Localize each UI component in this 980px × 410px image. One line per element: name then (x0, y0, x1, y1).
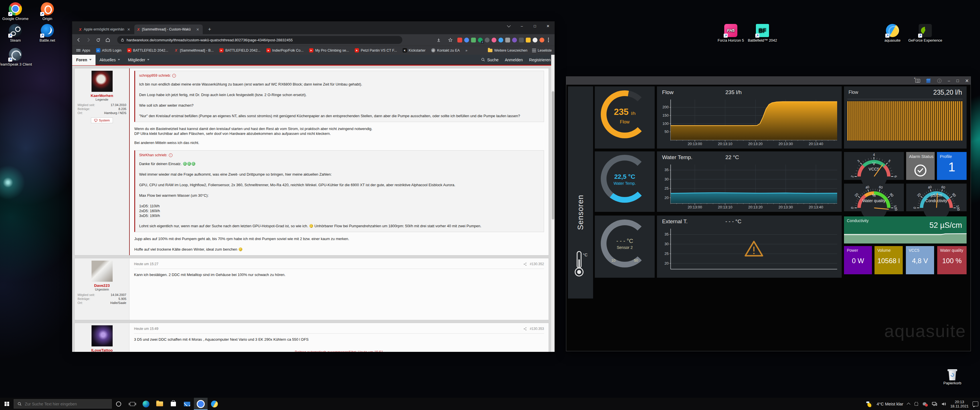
avatar[interactable] (92, 325, 113, 346)
action-center-icon[interactable] (973, 402, 978, 406)
notification-tray-icon[interactable] (923, 402, 928, 407)
desktop-icon-recycle-bin[interactable]: Papierkorb (935, 369, 969, 385)
bookmark-item[interactable]: My Pro Climbing se... (309, 48, 349, 52)
post-timestamp[interactable]: Heute um 15:49 (134, 326, 158, 331)
window-minimize-button[interactable]: – (948, 78, 950, 83)
volume-tray-icon[interactable] (941, 402, 947, 406)
water-quality-tile[interactable]: Water quality 100 % (937, 246, 967, 274)
bookmark-item[interactable]: BATTLEFIELD 2042... (127, 48, 168, 52)
bookmark-item[interactable]: @Kontakt zu EA (431, 48, 460, 52)
bookmark-item[interactable]: AASUS Login (96, 48, 121, 52)
post-number[interactable]: #130.352 (530, 262, 544, 267)
scrollbar-thumb[interactable] (552, 91, 554, 219)
mail-button[interactable] (180, 398, 194, 410)
sensors-tab[interactable]: Sensoren °C (568, 86, 593, 299)
desktop-icon-aquasuite[interactable]: aquasuite (875, 24, 910, 43)
refresh-icon[interactable] (93, 35, 103, 45)
download-icon[interactable] (434, 35, 444, 45)
desktop-icon-steam[interactable]: Steam (0, 24, 32, 43)
window-close-button[interactable]: ✕ (541, 21, 555, 30)
extension-icon[interactable] (492, 38, 496, 43)
post-author[interactable]: Dave223 (78, 283, 126, 288)
quote-header[interactable]: ShirKhan schrieb:↑ (139, 153, 540, 158)
bookmark-apps[interactable]: Apps (76, 48, 91, 52)
desktop-icon-teamspeak[interactable]: TeamSpeak 3 Client (0, 48, 34, 67)
bookmark-item[interactable]: Petzl Pantin VS CT F... (355, 48, 397, 52)
url-text[interactable]: hardwareluxx.de/community/threads/custom… (127, 38, 293, 42)
vcc5-tile[interactable]: VCC5 4,8 V (906, 246, 934, 274)
cortana-button[interactable] (112, 398, 126, 410)
network-tray-icon[interactable] (932, 402, 937, 406)
conductivity-analog-gauge[interactable]: 020406080100µS/cmConductivity (906, 184, 967, 211)
start-button[interactable] (0, 398, 14, 410)
tab-close-icon[interactable]: ✕ (127, 27, 131, 32)
desktop-icon-google-chrome[interactable]: Google Chrome (0, 2, 32, 21)
nav-aktuelles[interactable]: Aktuelles (95, 55, 124, 65)
bookmark-item[interactable]: Indie/Pop/Folk Co... (266, 48, 304, 52)
browser-tab-active[interactable]: X [Sammelthread] - Custom-Wakü ✕ (134, 24, 203, 34)
file-explorer-button[interactable] (153, 398, 167, 410)
extension-icon[interactable] (498, 38, 503, 43)
aquasuite-titlebar[interactable]: i – □ ✕ (566, 77, 970, 85)
chrome-taskbar-button[interactable] (194, 398, 208, 410)
flow-gauge-tile[interactable]: 235 l/h Flow (595, 86, 655, 149)
vcc5-analog-gauge[interactable]: 23456VVCC5 (844, 152, 904, 180)
taskbar-clock[interactable]: 20:1318.11.2021 (950, 400, 969, 408)
login-link[interactable]: Anmelden (505, 57, 523, 62)
extension-icon[interactable] (512, 38, 517, 43)
system-button[interactable]: System (91, 118, 113, 123)
bookmarks-overflow-chevron[interactable]: » (465, 48, 467, 52)
forward-icon[interactable] (84, 35, 93, 45)
register-link[interactable]: Registrieren (529, 57, 550, 62)
power-tile[interactable]: Power 0 W (844, 246, 872, 274)
water-temp-chart-tile[interactable]: Water Temp. 22 °C 2025303520:13:0020:13:… (657, 151, 842, 212)
reading-list-button[interactable]: Leseliste (532, 48, 552, 52)
desktop-icon-battlefield[interactable]: Battlefield™ 2042 (744, 24, 781, 43)
nav-mitglieder[interactable]: Mitglieder (124, 55, 154, 65)
extension-icon[interactable]: 4 (478, 38, 483, 43)
quote-jump-icon[interactable]: ↑ (169, 153, 172, 157)
extension-icon[interactable] (526, 38, 531, 43)
screenshot-icon[interactable] (915, 79, 920, 83)
search-input[interactable] (25, 402, 99, 406)
avatar[interactable] (92, 261, 113, 282)
window-maximize-button[interactable]: □ (956, 78, 959, 83)
tab-close-icon[interactable]: ✕ (196, 27, 200, 32)
desktop-icon-battlenet[interactable]: Battle.net (30, 24, 64, 43)
desktop-icon-geforce[interactable]: GeForce Experience (906, 24, 944, 43)
weather-icon[interactable] (866, 401, 872, 407)
back-icon[interactable] (74, 35, 84, 45)
task-view-button[interactable] (126, 398, 139, 410)
tray-expand-icon[interactable] (907, 403, 910, 406)
bookmark-item[interactable]: KKickstarter (402, 48, 425, 52)
alarm-status-tile[interactable]: Alarm Status (906, 152, 935, 180)
browser-tab-inactive[interactable]: X Apple ermöglicht eigenhändige ✕ (76, 24, 134, 34)
search-button[interactable]: Suche (481, 57, 499, 62)
window-maximize-button[interactable]: □ (528, 21, 541, 30)
window-close-button[interactable]: ✕ (965, 78, 969, 84)
post-author[interactable]: ILoveTattoo (78, 348, 126, 352)
post-number[interactable]: #130.353 (530, 326, 544, 331)
taskbar-search[interactable] (14, 399, 112, 408)
window-minimize-button[interactable]: – (515, 21, 528, 30)
browser-tab-bar[interactable]: X Apple ermöglicht eigenhändige ✕ X [Sam… (72, 21, 555, 34)
volume-tile[interactable]: Volume 10568 l (875, 246, 903, 274)
nav-foren[interactable]: Foren (72, 55, 95, 65)
extension-icon[interactable] (505, 38, 510, 43)
water-temp-gauge-tile[interactable]: 22,5 °C Water Temp. 10 50 (595, 151, 655, 212)
extension-icon[interactable] (457, 38, 462, 43)
desktop-icon-forza[interactable]: Forza Horizon 5 (714, 24, 748, 43)
flow-chart-tile[interactable]: Flow 235 l/h 5010015020020:13:0020:13:10… (657, 86, 842, 149)
share-icon[interactable] (523, 262, 527, 266)
weather-text[interactable]: 4°C Meist klar (877, 402, 903, 406)
address-bar[interactable]: hardwareluxx.de/community/threads/custom… (117, 36, 402, 44)
extension-icon[interactable] (464, 38, 469, 43)
conductivity-tile[interactable]: Conductivity 52 µS/cm (844, 216, 967, 243)
browser-menu-icon[interactable] (546, 38, 551, 42)
bookmark-star-icon[interactable] (445, 35, 455, 45)
extension-icon[interactable] (533, 38, 538, 43)
other-bookmarks-button[interactable]: Weitere Lesezeichen (488, 48, 528, 52)
extension-icon[interactable] (485, 38, 490, 43)
avatar[interactable] (92, 71, 113, 92)
bookmark-item[interactable]: X[Sammelthread] - B... (174, 48, 213, 52)
